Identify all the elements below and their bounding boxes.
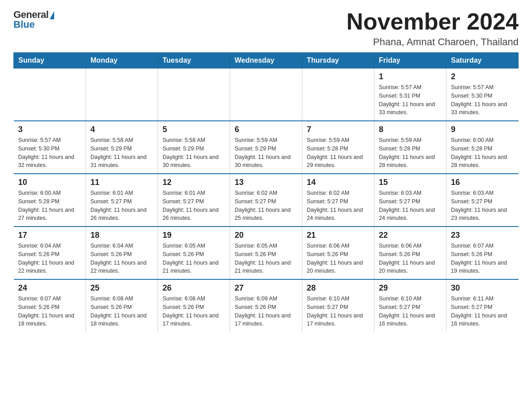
calendar-cell: 27Sunrise: 6:09 AM Sunset: 5:26 PM Dayli… <box>230 279 302 332</box>
day-number: 18 <box>90 231 153 240</box>
calendar-cell: 3Sunrise: 5:57 AM Sunset: 5:30 PM Daylig… <box>14 121 86 174</box>
day-info: Sunrise: 5:59 AM Sunset: 5:28 PM Dayligh… <box>307 136 369 170</box>
day-info: Sunrise: 6:03 AM Sunset: 5:27 PM Dayligh… <box>451 189 514 223</box>
column-header-friday: Friday <box>374 53 446 68</box>
calendar-cell: 22Sunrise: 6:06 AM Sunset: 5:26 PM Dayli… <box>374 227 446 279</box>
day-info: Sunrise: 6:03 AM Sunset: 5:27 PM Dayligh… <box>379 189 442 223</box>
day-number: 20 <box>235 231 297 240</box>
day-number: 26 <box>163 283 225 293</box>
calendar-cell: 2Sunrise: 5:57 AM Sunset: 5:30 PM Daylig… <box>446 68 519 121</box>
day-info: Sunrise: 6:01 AM Sunset: 5:27 PM Dayligh… <box>163 189 225 223</box>
day-number: 7 <box>307 125 369 134</box>
day-info: Sunrise: 6:04 AM Sunset: 5:26 PM Dayligh… <box>90 242 153 275</box>
day-number: 15 <box>379 178 442 187</box>
day-number: 12 <box>163 178 225 187</box>
day-number: 11 <box>90 178 153 187</box>
logo: General Blue <box>13 9 54 30</box>
day-number: 23 <box>451 231 514 240</box>
calendar-cell: 19Sunrise: 6:05 AM Sunset: 5:26 PM Dayli… <box>158 227 230 279</box>
main-title: November 2024 <box>347 9 519 34</box>
calendar-cell: 15Sunrise: 6:03 AM Sunset: 5:27 PM Dayli… <box>374 174 446 227</box>
column-header-sunday: Sunday <box>14 53 86 68</box>
day-info: Sunrise: 6:05 AM Sunset: 5:26 PM Dayligh… <box>163 242 225 275</box>
calendar-cell <box>302 68 374 121</box>
calendar-week-row: 17Sunrise: 6:04 AM Sunset: 5:26 PM Dayli… <box>14 227 519 279</box>
day-number: 8 <box>379 125 442 134</box>
day-info: Sunrise: 6:02 AM Sunset: 5:27 PM Dayligh… <box>307 189 369 223</box>
column-header-thursday: Thursday <box>302 53 374 68</box>
day-number: 9 <box>451 125 514 134</box>
calendar-cell: 16Sunrise: 6:03 AM Sunset: 5:27 PM Dayli… <box>446 174 519 227</box>
day-number: 10 <box>18 178 82 187</box>
day-info: Sunrise: 5:59 AM Sunset: 5:28 PM Dayligh… <box>379 136 442 170</box>
day-number: 16 <box>451 178 514 187</box>
day-number: 3 <box>18 125 82 134</box>
day-info: Sunrise: 5:57 AM Sunset: 5:31 PM Dayligh… <box>379 83 442 117</box>
calendar-cell: 18Sunrise: 6:04 AM Sunset: 5:26 PM Dayli… <box>86 227 158 279</box>
day-info: Sunrise: 6:11 AM Sunset: 5:27 PM Dayligh… <box>451 295 514 328</box>
calendar-cell <box>230 68 302 121</box>
day-number: 25 <box>90 283 153 293</box>
day-info: Sunrise: 6:06 AM Sunset: 5:26 PM Dayligh… <box>379 242 442 275</box>
column-header-saturday: Saturday <box>446 53 519 68</box>
title-block: November 2024 Phana, Amnat Charoen, Thai… <box>347 9 519 48</box>
day-number: 28 <box>307 283 369 293</box>
day-info: Sunrise: 6:06 AM Sunset: 5:26 PM Dayligh… <box>307 242 369 275</box>
day-info: Sunrise: 6:05 AM Sunset: 5:26 PM Dayligh… <box>235 242 297 275</box>
logo-blue-text: Blue <box>13 19 35 30</box>
calendar-cell: 14Sunrise: 6:02 AM Sunset: 5:27 PM Dayli… <box>302 174 374 227</box>
day-number: 22 <box>379 231 442 240</box>
day-number: 24 <box>18 283 82 293</box>
calendar-cell: 28Sunrise: 6:10 AM Sunset: 5:27 PM Dayli… <box>302 279 374 332</box>
calendar-cell: 1Sunrise: 5:57 AM Sunset: 5:31 PM Daylig… <box>374 68 446 121</box>
day-number: 19 <box>163 231 225 240</box>
calendar-cell: 10Sunrise: 6:00 AM Sunset: 5:28 PM Dayli… <box>14 174 86 227</box>
day-number: 21 <box>307 231 369 240</box>
day-info: Sunrise: 6:09 AM Sunset: 5:26 PM Dayligh… <box>235 295 297 328</box>
day-info: Sunrise: 6:00 AM Sunset: 5:28 PM Dayligh… <box>451 136 514 170</box>
calendar-cell: 23Sunrise: 6:07 AM Sunset: 5:26 PM Dayli… <box>446 227 519 279</box>
day-number: 6 <box>235 125 297 134</box>
calendar-week-row: 10Sunrise: 6:00 AM Sunset: 5:28 PM Dayli… <box>14 174 519 227</box>
day-info: Sunrise: 5:58 AM Sunset: 5:29 PM Dayligh… <box>163 136 225 170</box>
day-info: Sunrise: 6:08 AM Sunset: 5:26 PM Dayligh… <box>90 295 153 328</box>
calendar-week-row: 1Sunrise: 5:57 AM Sunset: 5:31 PM Daylig… <box>14 68 519 121</box>
calendar-cell: 30Sunrise: 6:11 AM Sunset: 5:27 PM Dayli… <box>446 279 519 332</box>
calendar-cell <box>86 68 158 121</box>
calendar-cell: 21Sunrise: 6:06 AM Sunset: 5:26 PM Dayli… <box>302 227 374 279</box>
day-info: Sunrise: 5:57 AM Sunset: 5:30 PM Dayligh… <box>18 136 82 170</box>
day-number: 30 <box>451 283 514 293</box>
day-number: 4 <box>90 125 153 134</box>
day-info: Sunrise: 6:01 AM Sunset: 5:27 PM Dayligh… <box>90 189 153 223</box>
calendar-cell: 25Sunrise: 6:08 AM Sunset: 5:26 PM Dayli… <box>86 279 158 332</box>
day-number: 14 <box>307 178 369 187</box>
day-number: 27 <box>235 283 297 293</box>
column-header-tuesday: Tuesday <box>158 53 230 68</box>
calendar-cell: 13Sunrise: 6:02 AM Sunset: 5:27 PM Dayli… <box>230 174 302 227</box>
day-info: Sunrise: 5:59 AM Sunset: 5:29 PM Dayligh… <box>235 136 297 170</box>
calendar-header-row: SundayMondayTuesdayWednesdayThursdayFrid… <box>14 53 519 68</box>
calendar-week-row: 24Sunrise: 6:07 AM Sunset: 5:26 PM Dayli… <box>14 279 519 332</box>
day-number: 5 <box>163 125 225 134</box>
calendar-cell: 11Sunrise: 6:01 AM Sunset: 5:27 PM Dayli… <box>86 174 158 227</box>
day-info: Sunrise: 6:04 AM Sunset: 5:26 PM Dayligh… <box>18 242 82 275</box>
calendar-cell: 26Sunrise: 6:08 AM Sunset: 5:26 PM Dayli… <box>158 279 230 332</box>
calendar-cell: 29Sunrise: 6:10 AM Sunset: 5:27 PM Dayli… <box>374 279 446 332</box>
day-number: 2 <box>451 72 514 81</box>
day-info: Sunrise: 5:58 AM Sunset: 5:29 PM Dayligh… <box>90 136 153 170</box>
logo-triangle-icon <box>50 11 54 19</box>
calendar-cell: 8Sunrise: 5:59 AM Sunset: 5:28 PM Daylig… <box>374 121 446 174</box>
calendar-table: SundayMondayTuesdayWednesdayThursdayFrid… <box>13 52 519 332</box>
subtitle: Phana, Amnat Charoen, Thailand <box>347 36 519 48</box>
calendar-cell: 4Sunrise: 5:58 AM Sunset: 5:29 PM Daylig… <box>86 121 158 174</box>
day-number: 17 <box>18 231 82 240</box>
day-info: Sunrise: 6:00 AM Sunset: 5:28 PM Dayligh… <box>18 189 82 223</box>
day-info: Sunrise: 6:07 AM Sunset: 5:26 PM Dayligh… <box>18 295 82 328</box>
calendar-cell: 20Sunrise: 6:05 AM Sunset: 5:26 PM Dayli… <box>230 227 302 279</box>
column-header-monday: Monday <box>86 53 158 68</box>
calendar-cell: 9Sunrise: 6:00 AM Sunset: 5:28 PM Daylig… <box>446 121 519 174</box>
calendar-cell: 7Sunrise: 5:59 AM Sunset: 5:28 PM Daylig… <box>302 121 374 174</box>
day-info: Sunrise: 6:08 AM Sunset: 5:26 PM Dayligh… <box>163 295 225 328</box>
day-info: Sunrise: 6:07 AM Sunset: 5:26 PM Dayligh… <box>451 242 514 275</box>
calendar-cell: 6Sunrise: 5:59 AM Sunset: 5:29 PM Daylig… <box>230 121 302 174</box>
